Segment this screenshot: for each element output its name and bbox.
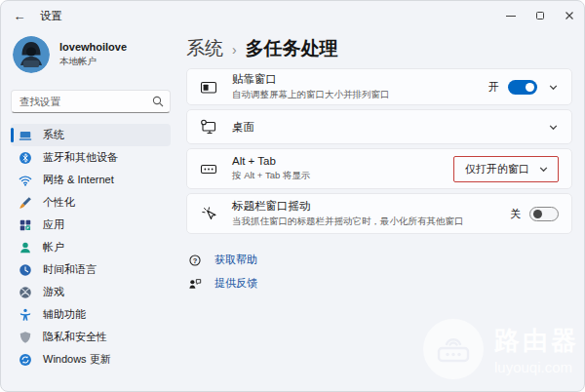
close-icon [565,11,574,20]
sidebar-item-label: 个性化 [43,195,75,210]
sidebar-item-network[interactable]: 网络 & Internet [11,169,171,191]
card-desktops[interactable]: 桌面 [186,109,572,144]
account-info: lovewhoilove 本地帐户 [59,41,127,68]
back-arrow-icon: ← [14,9,26,23]
sidebar-item-windows-update[interactable]: Windows 更新 [11,348,171,371]
gaming-xbox-icon [19,286,32,299]
search-icon [152,96,164,107]
sidebar-item-label: 网络 & Internet [43,173,114,187]
watermark-title: 路由器 [494,324,579,358]
card-subtitle: 自动调整屏幕上的窗口大小并排列窗口 [232,89,390,101]
search-input[interactable] [11,90,171,113]
time-language-icon [19,263,32,277]
breadcrumb-separator-icon: › [232,40,237,58]
alt-tab-dropdown[interactable]: 仅打开的窗口 [465,162,529,176]
breadcrumb-parent[interactable]: 系统 [186,36,223,61]
snap-windows-toggle[interactable] [508,80,537,95]
card-snap-windows[interactable]: 贴靠窗口 自动调整屏幕上的窗口大小并排列窗口 开 [186,68,572,105]
account-name: lovewhoilove [59,41,127,53]
card-subtitle: 按 Alt + Tab 将显示 [232,170,310,182]
card-alt-tab[interactable]: Alt + Tab 按 Alt + Tab 将显示 仅打开的窗口 [186,148,572,189]
sidebar-item-privacy[interactable]: 隐私和安全性 [11,326,171,348]
card-title: 标题栏窗口摇动 [232,199,464,214]
breadcrumb: 系统 › 多任务处理 [186,37,572,60]
watermark-domain: luyouqi.com [494,359,579,375]
sidebar-item-gaming[interactable]: 游戏 [11,281,171,303]
sidebar-item-accounts[interactable]: 帐户 [11,236,171,258]
sidebar: lovewhoilove 本地帐户 系统 蓝牙和其他设 [1,30,180,391]
feedback-icon [188,277,202,291]
personalization-brush-icon [19,196,32,210]
account-type: 本地帐户 [59,56,127,68]
settings-window: ← 设置 lovewhoilove 本 [0,0,585,392]
card-text: Alt + Tab 按 Alt + Tab 将显示 [232,155,310,182]
card-title: 桌面 [232,120,254,135]
chevron-down-icon[interactable] [548,82,559,93]
windows-update-icon [19,353,32,367]
account-card[interactable]: lovewhoilove 本地帐户 [11,34,171,75]
link-label: 获取帮助 [214,253,257,267]
maximize-icon [536,12,544,20]
sidebar-item-apps[interactable]: 应用 [11,214,171,236]
main-content: 系统 › 多任务处理 贴靠窗口 自动调整屏幕上的窗口大小并排列窗口 开 [186,30,572,296]
sidebar-item-bluetooth[interactable]: 蓝牙和其他设备 [11,146,171,169]
minimize-button[interactable] [496,1,526,30]
page-title: 多任务处理 [246,36,338,61]
help-links: ? 获取帮助 提供反馈 [186,250,572,294]
sidebar-item-label: 隐私和安全性 [43,330,107,344]
app-title: 设置 [40,9,62,23]
toggle-knob [533,210,542,218]
sidebar-item-label: 游戏 [43,285,64,299]
card-text: 桌面 [232,120,254,135]
sidebar-item-label: 辅助功能 [43,307,86,322]
sidebar-item-label: 应用 [43,217,64,232]
maximize-button[interactable] [526,1,555,30]
shake-window-icon [200,206,217,222]
sidebar-item-system[interactable]: 系统 [11,124,171,146]
get-help-link[interactable]: ? 获取帮助 [186,250,572,270]
chevron-down-icon[interactable] [548,122,559,133]
chevron-down-icon[interactable] [538,164,549,175]
avatar-hacker-icon [13,36,50,73]
search-box [11,90,171,113]
accessibility-icon [19,308,32,322]
bluetooth-icon [19,151,32,165]
sidebar-item-personalization[interactable]: 个性化 [11,191,171,214]
settings-cards: 贴靠窗口 自动调整屏幕上的窗口大小并排列窗口 开 桌面 [186,68,572,234]
window-controls [496,1,584,30]
toggle-knob [526,83,534,92]
svg-text:?: ? [193,255,198,264]
card-title: Alt + Tab [232,155,310,167]
feedback-link[interactable]: 提供反馈 [186,273,572,294]
snap-windows-icon [200,79,217,96]
toggle-state-label: 关 [510,207,521,221]
card-text: 贴靠窗口 自动调整屏幕上的窗口大小并排列窗口 [232,72,390,102]
card-title: 贴靠窗口 [232,72,390,87]
back-button[interactable]: ← [5,1,34,30]
sidebar-item-label: 帐户 [43,240,64,255]
close-button[interactable] [555,1,584,30]
link-label: 提供反馈 [214,276,257,291]
card-text: 标题栏窗口摇动 当我抓住窗口的标题栏并摇动它时，最小化所有其他窗口 [232,199,464,229]
get-help-icon: ? [188,254,202,267]
watermark: 路由器 luyouqi.com [423,319,579,379]
sidebar-item-label: Windows 更新 [43,352,111,367]
alt-tab-icon [200,161,217,177]
avatar [13,36,50,73]
card-subtitle: 当我抓住窗口的标题栏并摇动它时，最小化所有其他窗口 [232,216,464,228]
sidebar-item-label: 时间和语言 [43,262,97,277]
minimize-icon [506,16,516,17]
title-bar-shake-toggle[interactable] [529,207,559,221]
card-title-bar-shake[interactable]: 标题栏窗口摇动 当我抓住窗口的标题栏并摇动它时，最小化所有其他窗口 关 [186,193,572,234]
apps-grid-icon [19,218,32,232]
sidebar-item-time-language[interactable]: 时间和语言 [11,258,171,281]
account-person-icon [19,241,32,255]
privacy-shield-icon [19,331,32,344]
sidebar-item-accessibility[interactable]: 辅助功能 [11,303,171,326]
desktops-icon [200,119,217,136]
toggle-state-label: 开 [488,80,499,95]
sidebar-nav: 系统 蓝牙和其他设备 网络 & Internet 个性化 [11,124,171,371]
annotation-highlight-box: 仅打开的窗口 [453,156,559,182]
watermark-text: 路由器 luyouqi.com [494,324,579,375]
sidebar-item-label: 系统 [43,128,64,142]
